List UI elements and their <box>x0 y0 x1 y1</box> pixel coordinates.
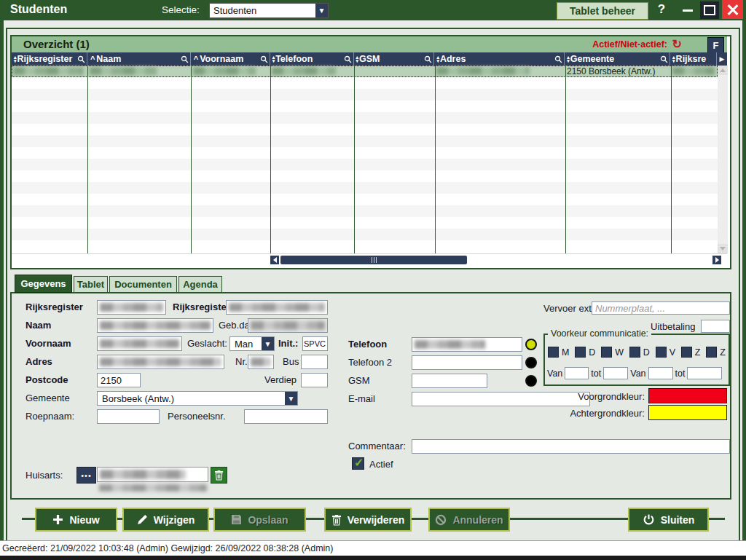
achtergrondkleur-swatch[interactable] <box>648 405 727 420</box>
sort-icon: ▴▾ <box>356 55 359 63</box>
actief-checkbox[interactable]: ✓ <box>352 457 364 470</box>
uitbetaling-field[interactable] <box>701 320 730 333</box>
adres-field[interactable] <box>97 355 224 369</box>
column-separator <box>87 66 88 253</box>
day-checkbox-vr[interactable]: V <box>656 347 675 358</box>
voornaam-field[interactable] <box>97 336 182 351</box>
column-header-rijksregister2[interactable]: ▴▾ Rijksre <box>670 52 717 66</box>
vertical-scrollbar[interactable] <box>718 66 728 253</box>
redacted-value <box>100 321 211 330</box>
column-scroll-right-icon[interactable]: ▶ <box>717 52 727 66</box>
tablet-beheer-button[interactable]: Tablet beheer <box>557 2 648 20</box>
selectie-select[interactable]: Studenten ▼ <box>209 3 329 18</box>
search-icon[interactable] <box>181 55 189 63</box>
search-icon[interactable] <box>77 55 85 63</box>
wijzigen-button[interactable]: Wijzigen <box>122 508 209 532</box>
bus-field[interactable] <box>301 355 328 369</box>
opslaan-button[interactable]: Opslaan <box>213 508 306 532</box>
gsm-field[interactable] <box>412 374 487 388</box>
table-row <box>12 147 718 159</box>
search-icon[interactable] <box>424 55 432 63</box>
tot2-field[interactable] <box>687 367 722 379</box>
scrollbar-thumb[interactable] <box>280 256 467 264</box>
table-row-selected[interactable]: 2150 Borsbeek (Antw.) <box>12 66 718 77</box>
telefoon2-status-dot[interactable] <box>525 357 537 368</box>
column-header-gemeente[interactable]: ▴▾ Gemeente <box>565 52 670 66</box>
day-checkbox-di[interactable]: D <box>575 347 595 358</box>
redacted-value <box>100 339 179 348</box>
plus-icon <box>52 514 63 525</box>
search-icon[interactable] <box>660 55 668 63</box>
search-icon[interactable] <box>554 55 562 63</box>
nr-field[interactable] <box>248 355 274 369</box>
verdiep-field[interactable] <box>301 373 328 387</box>
column-header-naam[interactable]: ^ Naam <box>87 52 191 66</box>
chevron-down-icon[interactable]: ▼ <box>315 4 328 17</box>
gemeente-select[interactable]: Borsbeek (Antw.) ▼ <box>97 391 298 406</box>
nieuw-button[interactable]: Nieuw <box>35 508 117 532</box>
naam-field[interactable] <box>97 318 213 333</box>
commentaar-field[interactable] <box>412 439 730 454</box>
column-header-gsm[interactable]: ▴▾ GSM <box>354 52 435 66</box>
scroll-left-button[interactable] <box>270 256 279 264</box>
column-header-adres[interactable]: ▴▾ Adres <box>434 52 565 66</box>
verwijderen-button[interactable]: Verwijderen <box>324 508 412 532</box>
tab-tablet[interactable]: Tablet <box>74 276 108 293</box>
rijksregister-field[interactable] <box>97 300 166 315</box>
filter-f-button[interactable]: F <box>707 37 724 53</box>
column-separator <box>671 66 672 253</box>
search-icon[interactable] <box>260 55 268 63</box>
column-header-rijksregister[interactable]: ▴▾ Rijksregister <box>12 52 87 66</box>
telefoon2-field[interactable] <box>412 355 522 370</box>
geslacht-select[interactable]: Man ▼ <box>229 336 275 351</box>
search-icon[interactable] <box>344 55 352 63</box>
postcode-field[interactable] <box>97 373 141 387</box>
redacted-value <box>100 358 221 366</box>
horizontal-scrollbar[interactable] <box>12 253 727 266</box>
chevron-down-icon[interactable]: ▼ <box>262 337 274 350</box>
checkbox-icon <box>548 347 559 358</box>
telefoon-field[interactable] <box>412 337 522 352</box>
huisarts-delete-button[interactable] <box>211 467 227 484</box>
minimize-button[interactable] <box>679 1 696 19</box>
adres-label: Adres <box>25 356 52 367</box>
day-checkbox-zo[interactable]: Z <box>706 347 726 358</box>
maximize-button[interactable] <box>700 1 719 19</box>
pencil-icon <box>137 514 148 525</box>
annuleren-button[interactable]: Annuleren <box>428 508 510 532</box>
init-field[interactable] <box>302 336 328 351</box>
rijksregister2-field[interactable] <box>226 300 328 315</box>
van2-field[interactable] <box>648 367 673 379</box>
tot-field[interactable] <box>603 367 628 379</box>
day-checkbox-wo[interactable]: W <box>601 347 624 358</box>
column-header-voornaam[interactable]: ^ Voornaam <box>191 52 270 66</box>
redacted-value <box>415 340 485 349</box>
personeelsnr-field[interactable] <box>244 409 328 424</box>
close-button[interactable] <box>722 0 743 19</box>
huisarts-field[interactable] <box>97 467 208 482</box>
scroll-down-button[interactable] <box>718 244 728 253</box>
help-icon[interactable]: ? <box>654 2 669 17</box>
day-checkbox-ma[interactable]: M <box>548 347 569 358</box>
redacted-value <box>251 321 325 330</box>
scroll-up-button[interactable] <box>718 66 728 75</box>
column-separator <box>191 66 192 253</box>
tab-agenda[interactable]: Agenda <box>178 276 222 293</box>
geb-datum-field[interactable] <box>248 318 328 333</box>
voorgrondkleur-swatch[interactable] <box>648 388 727 403</box>
refresh-icon[interactable]: ↻ <box>672 37 682 51</box>
day-checkbox-do[interactable]: D <box>629 347 650 358</box>
roepnaam-field[interactable] <box>97 409 160 424</box>
column-header-telefoon[interactable]: ▴▾ Telefoon <box>270 52 354 66</box>
gsm-status-dot[interactable] <box>525 375 537 387</box>
huisarts-lookup-button[interactable]: ••• <box>76 467 96 484</box>
day-checkbox-za[interactable]: Z <box>681 347 701 358</box>
scroll-right-button[interactable] <box>712 256 721 264</box>
sluiten-button[interactable]: Sluiten <box>628 508 709 532</box>
vervoer-ext-field[interactable] <box>592 301 730 315</box>
chevron-down-icon[interactable]: ▼ <box>285 392 297 405</box>
telefoon-status-dot[interactable] <box>525 339 537 350</box>
tab-documenten[interactable]: Documenten <box>109 276 177 293</box>
tab-gegevens[interactable]: Gegevens <box>15 275 72 293</box>
van-field[interactable] <box>565 367 589 379</box>
